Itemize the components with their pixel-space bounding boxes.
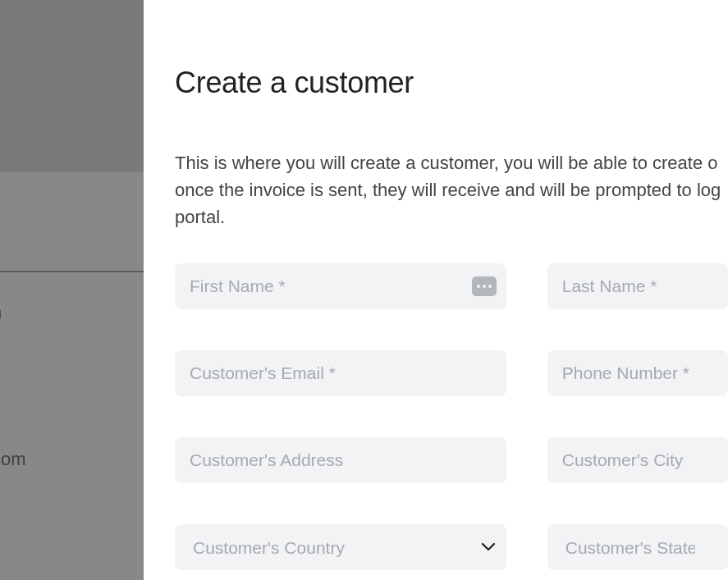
description-text: This is where you will create a customer… bbox=[175, 149, 728, 231]
form-row bbox=[175, 350, 728, 396]
form-row: Customer's Country Customer's State bbox=[175, 524, 728, 570]
phone-wrap bbox=[547, 350, 728, 396]
page-title: Create a customer bbox=[175, 66, 728, 100]
autofill-icon[interactable] bbox=[472, 276, 497, 296]
address-wrap bbox=[175, 437, 506, 483]
state-wrap: Customer's State bbox=[547, 524, 728, 570]
description-line: portal. bbox=[175, 203, 728, 231]
form-row bbox=[175, 437, 728, 483]
backdrop-divider bbox=[0, 271, 144, 272]
email-wrap bbox=[175, 350, 506, 396]
first-name-input[interactable] bbox=[175, 263, 506, 309]
backdrop-upper-section bbox=[0, 0, 144, 172]
form-row bbox=[175, 263, 728, 309]
backdrop-text-fragment: com bbox=[0, 449, 26, 470]
description-line: This is where you will create a customer… bbox=[175, 149, 728, 176]
state-select[interactable]: Customer's State bbox=[547, 524, 728, 570]
first-name-wrap bbox=[175, 263, 506, 309]
last-name-input[interactable] bbox=[547, 263, 728, 309]
email-input[interactable] bbox=[175, 350, 506, 396]
last-name-wrap bbox=[547, 263, 728, 309]
city-wrap bbox=[547, 437, 728, 483]
backdrop-text-fragment: n bbox=[0, 302, 2, 323]
description-line: once the invoice is sent, they will rece… bbox=[175, 176, 728, 203]
phone-input[interactable] bbox=[547, 350, 728, 396]
country-wrap: Customer's Country bbox=[175, 524, 506, 570]
city-input[interactable] bbox=[547, 437, 728, 483]
address-input[interactable] bbox=[175, 437, 506, 483]
create-customer-panel: Create a customer This is where you will… bbox=[144, 0, 728, 580]
country-select[interactable]: Customer's Country bbox=[175, 524, 506, 570]
modal-backdrop: n com bbox=[0, 0, 144, 580]
